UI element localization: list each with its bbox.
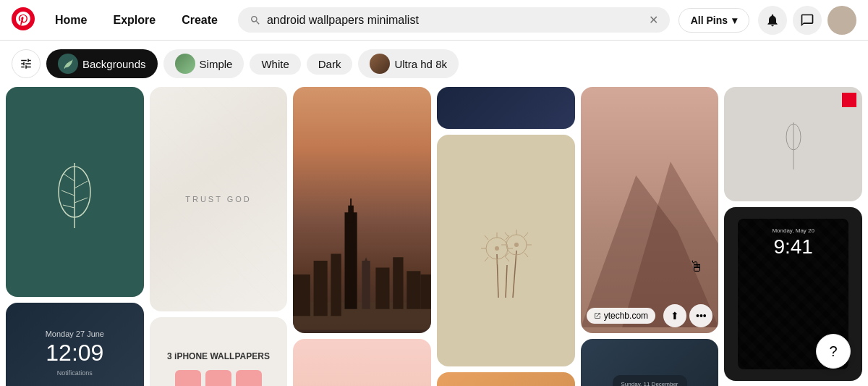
masonry-col-4 xyxy=(437,87,575,386)
pin-action-icons: ⬆ ••• xyxy=(663,304,712,327)
red-badge xyxy=(842,93,856,107)
chat-icon xyxy=(800,13,814,28)
avatar[interactable] xyxy=(827,6,856,35)
pin-orange-bottom[interactable] xyxy=(437,372,575,386)
pin-trust-god[interactable]: TRUST GOD xyxy=(150,87,288,311)
notifications-button[interactable] xyxy=(758,6,787,35)
help-fab[interactable]: ? xyxy=(816,334,851,369)
pin-sunset-city[interactable] xyxy=(293,87,431,333)
simple-chip-icon xyxy=(175,54,195,74)
bell-icon xyxy=(765,13,780,28)
ultra-hd-chip-icon xyxy=(370,54,390,74)
svg-line-23 xyxy=(506,265,507,298)
pin-phone-clock[interactable]: Monday 27 June 12:09 Notifications xyxy=(6,303,144,386)
pin-3iphone-phones: 11:11 11:11 11:11 xyxy=(175,370,262,386)
svg-rect-11 xyxy=(331,253,341,316)
city-silhouette xyxy=(293,188,431,333)
thin-plant-icon xyxy=(783,115,804,173)
search-icon xyxy=(250,14,261,26)
masonry-col-5: 🖱 ytechb.com ⬆ ••• Sunday, 11 December xyxy=(581,87,719,386)
pin-3-iphone-wallpapers[interactable]: 3 iPHONE WALLPAPERS 11:11 11:11 11:11 xyxy=(150,317,288,386)
svg-line-29 xyxy=(506,257,509,261)
dark-label: Dark xyxy=(318,58,341,70)
svg-rect-18 xyxy=(393,257,404,309)
filter-bar: Backgrounds Simple White Dark Ultra hd 8… xyxy=(0,41,868,87)
pin-grid: Monday 27 June 12:09 Notifications TRUST… xyxy=(0,87,868,386)
svg-rect-12 xyxy=(345,212,357,309)
pin-teal-leaf[interactable] xyxy=(6,87,144,297)
svg-point-25 xyxy=(495,246,499,251)
main-nav: Home Explore Create xyxy=(43,8,229,33)
nav-explore[interactable]: Explore xyxy=(101,8,167,33)
filter-white[interactable]: White xyxy=(250,54,300,75)
svg-line-31 xyxy=(485,257,488,261)
header: Home Explore Create ✕ All Pins ▾ xyxy=(0,0,868,41)
pin-dandelion[interactable] xyxy=(437,135,575,366)
filter-simple[interactable]: Simple xyxy=(163,49,244,78)
filter-dark[interactable]: Dark xyxy=(307,54,353,75)
simple-label: Simple xyxy=(200,58,233,70)
pinterest-logo[interactable] xyxy=(12,7,35,33)
pin-3iphone-title: 3 iPHONE WALLPAPERS xyxy=(167,351,270,361)
leaf-chip-icon xyxy=(62,58,74,70)
mountain-silhouette xyxy=(581,87,719,333)
ultra-hd-label: Ultra hd 8k xyxy=(394,58,447,70)
question-mark-icon: ? xyxy=(829,343,837,360)
search-bar: ✕ xyxy=(238,7,670,33)
all-pins-label: All Pins xyxy=(691,14,728,26)
header-icons xyxy=(758,6,856,35)
source-badge[interactable]: ytechb.com xyxy=(587,308,655,324)
masonry-col-2: TRUST GOD 3 iPHONE WALLPAPERS 11:11 11:1… xyxy=(150,87,288,386)
chevron-down-icon: ▾ xyxy=(732,14,737,26)
pin-phone-time: 12:09 xyxy=(46,340,104,366)
masonry-col-3 xyxy=(293,87,431,386)
settings-icon xyxy=(20,57,33,70)
pin-overlay: ytechb.com ⬆ ••• xyxy=(581,298,719,333)
leaf-illustration xyxy=(46,148,103,235)
pin-download-button[interactable]: ⬆ xyxy=(663,304,686,327)
svg-rect-9 xyxy=(293,274,310,316)
pin-navy-top[interactable] xyxy=(437,87,575,129)
pin-pink-soft[interactable] xyxy=(293,339,431,386)
backgrounds-chip-icon xyxy=(58,54,78,74)
filter-backgrounds[interactable]: Backgrounds xyxy=(46,49,158,78)
svg-rect-14 xyxy=(350,198,352,212)
svg-point-35 xyxy=(514,243,519,247)
white-label: White xyxy=(261,58,289,70)
dandelion-illustration xyxy=(477,196,535,305)
backgrounds-label: Backgrounds xyxy=(82,58,146,70)
svg-line-22 xyxy=(513,251,516,298)
svg-line-5 xyxy=(61,190,75,196)
svg-point-0 xyxy=(12,7,35,30)
svg-rect-17 xyxy=(376,268,390,309)
masonry-col-1: Monday 27 June 12:09 Notifications xyxy=(6,87,144,386)
nav-home[interactable]: Home xyxy=(43,8,98,33)
filter-ultra-hd[interactable]: Ultra hd 8k xyxy=(358,49,459,78)
svg-rect-19 xyxy=(407,271,421,309)
search-input[interactable] xyxy=(267,14,643,27)
woven-time: 9:41 xyxy=(773,235,813,259)
svg-line-7 xyxy=(63,205,75,208)
source-label: ytechb.com xyxy=(604,311,648,321)
filter-settings-button[interactable] xyxy=(12,49,41,78)
pin-phone-info: Notifications xyxy=(46,369,104,377)
cursor-indicator: 🖱 xyxy=(689,259,704,275)
svg-line-37 xyxy=(524,232,528,237)
trust-god-text: TRUST GOD xyxy=(185,195,252,204)
svg-line-33 xyxy=(485,235,488,240)
external-link-icon xyxy=(594,312,601,319)
messages-button[interactable] xyxy=(793,6,822,35)
nav-create[interactable]: Create xyxy=(170,8,229,33)
search-clear-button[interactable]: ✕ xyxy=(649,13,658,27)
pin-more-button[interactable]: ••• xyxy=(689,304,712,327)
pin-pink-mountain[interactable]: 🖱 ytechb.com ⬆ ••• xyxy=(581,87,719,333)
svg-rect-15 xyxy=(362,261,370,309)
svg-rect-20 xyxy=(421,274,431,309)
svg-line-43 xyxy=(505,232,509,237)
all-pins-dropdown[interactable]: All Pins ▾ xyxy=(678,8,749,33)
svg-rect-10 xyxy=(314,261,328,316)
pin-dark-lock-screen[interactable]: Sunday, 11 December 0:00 xyxy=(581,339,719,386)
pin-light-gray-plant[interactable] xyxy=(724,87,862,201)
woven-date: Monday, May 20 xyxy=(772,227,814,234)
svg-line-39 xyxy=(524,253,528,257)
